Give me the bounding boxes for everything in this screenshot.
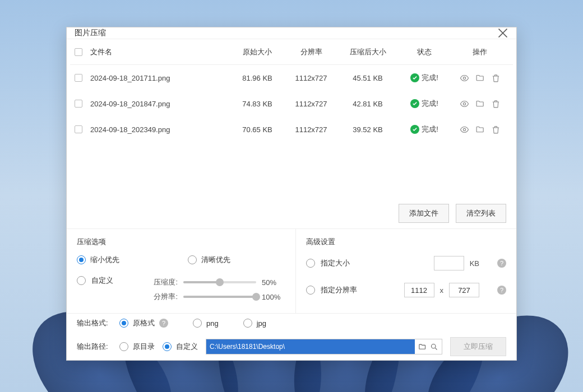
compress-options-title: 压缩选项: [77, 237, 285, 247]
table-row: 2024-09-18_201711.png81.96 KB1112x72745.…: [70, 65, 513, 91]
ratio-value: 50%: [262, 278, 285, 287]
target-size-input[interactable]: [434, 256, 464, 270]
cell-actions: [451, 124, 508, 134]
search-icon[interactable]: [430, 343, 438, 351]
help-icon[interactable]: ?: [159, 319, 168, 328]
res-slider[interactable]: [183, 296, 256, 298]
cell-status: 完成!: [397, 124, 451, 134]
header-original-size: 原始大小: [230, 47, 284, 57]
cell-status: 完成!: [397, 73, 451, 83]
radio-format-png[interactable]: [193, 319, 202, 328]
path-label: 输出路径:: [77, 342, 112, 352]
close-icon[interactable]: [497, 27, 508, 39]
compress-button[interactable]: 立即压缩: [450, 337, 506, 356]
radio-format-jpg[interactable]: [243, 319, 252, 328]
folder-icon[interactable]: [418, 343, 427, 351]
svg-point-2: [463, 77, 465, 79]
svg-point-3: [463, 102, 465, 105]
target-width-input[interactable]: [404, 283, 434, 297]
label-format-jpg: jpg: [257, 319, 266, 328]
cell-resolution: 1112x727: [284, 125, 338, 134]
path-row: 输出路径: 原目录 自定义 立即压缩: [67, 333, 516, 361]
header-filename: 文件名: [90, 47, 230, 57]
format-label: 输出格式:: [77, 318, 112, 328]
eye-icon[interactable]: [459, 99, 469, 109]
radio-format-original[interactable]: [119, 319, 128, 328]
eye-icon[interactable]: [459, 73, 469, 83]
cell-original-size: 70.65 KB: [230, 125, 284, 134]
help-icon[interactable]: ?: [497, 286, 506, 295]
label-custom: 自定义: [91, 276, 113, 286]
format-row: 输出格式: 原格式 ? png jpg: [67, 313, 516, 333]
radio-clarity-first[interactable]: [188, 255, 197, 264]
file-table: 文件名 原始大小 分辨率 压缩后大小 状态 操作 2024-09-18_2017…: [67, 39, 516, 198]
cell-actions: [451, 99, 508, 109]
svg-point-4: [463, 128, 465, 130]
radio-path-original[interactable]: [119, 342, 128, 351]
cell-status: 完成!: [397, 99, 451, 109]
row-checkbox[interactable]: [75, 100, 82, 108]
target-height-input[interactable]: [449, 283, 479, 297]
row-checkbox[interactable]: [75, 125, 82, 133]
ratio-label: 压缩度:: [150, 277, 178, 287]
folder-icon[interactable]: [475, 124, 485, 134]
main-window: 图片压缩 文件名 原始大小 分辨率 压缩后大小 状态 操作 2024-09-18…: [66, 27, 517, 361]
options-panel: 压缩选项 缩小优先 清晰优先 自定义 压缩度:: [67, 229, 516, 313]
trash-icon[interactable]: [491, 73, 501, 83]
trash-icon[interactable]: [491, 99, 501, 109]
label-format-png: png: [206, 319, 219, 328]
compress-options: 压缩选项 缩小优先 清晰优先 自定义 压缩度:: [67, 229, 296, 313]
cell-compressed-size: 45.51 KB: [338, 74, 397, 82]
cell-resolution: 1112x727: [284, 74, 338, 82]
advanced-title: 高级设置: [306, 237, 506, 247]
folder-icon[interactable]: [475, 73, 485, 83]
table-row: 2024-09-18_201847.png74.83 KB1112x72742.…: [70, 91, 513, 116]
trash-icon[interactable]: [491, 124, 501, 134]
row-checkbox[interactable]: [75, 74, 82, 82]
path-input-wrap: [206, 339, 442, 354]
header-compressed-size: 压缩后大小: [338, 47, 397, 57]
label-target-size: 指定大小: [321, 258, 360, 268]
label-clarity-first: 清晰优先: [201, 255, 230, 265]
header-status: 状态: [397, 47, 451, 57]
path-input[interactable]: [206, 339, 415, 354]
cell-original-size: 74.83 KB: [230, 100, 284, 108]
select-all-checkbox[interactable]: [75, 48, 82, 56]
header-actions: 操作: [451, 47, 508, 57]
radio-custom[interactable]: [77, 276, 86, 285]
svg-line-6: [435, 348, 437, 349]
eye-icon[interactable]: [459, 124, 469, 134]
res-x: x: [440, 286, 444, 295]
label-path-custom: 自定义: [176, 342, 198, 352]
check-circle-icon: [410, 125, 419, 134]
radio-target-size[interactable]: [306, 259, 315, 268]
radio-target-res[interactable]: [306, 286, 315, 295]
check-circle-icon: [410, 73, 419, 82]
label-path-original: 原目录: [133, 342, 155, 352]
svg-point-5: [432, 344, 436, 348]
window-title: 图片压缩: [75, 28, 497, 38]
table-buttons: 添加文件 清空列表: [67, 198, 516, 229]
titlebar: 图片压缩: [67, 27, 516, 39]
table-row: 2024-09-18_202349.png70.65 KB1112x72739.…: [70, 116, 513, 142]
label-shrink-first: 缩小优先: [90, 255, 119, 265]
cell-compressed-size: 39.52 KB: [338, 125, 397, 134]
help-icon[interactable]: ?: [497, 259, 506, 268]
ratio-slider[interactable]: [183, 281, 256, 283]
advanced-options: 高级设置 指定大小 KB ? 指定分辨率 x ?: [296, 229, 516, 313]
cell-original-size: 81.96 KB: [230, 74, 284, 82]
res-slider-label: 分辨率:: [150, 292, 178, 302]
radio-path-custom[interactable]: [163, 342, 172, 351]
cell-filename: 2024-09-18_201711.png: [90, 74, 230, 82]
clear-list-button[interactable]: 清空列表: [456, 204, 506, 223]
radio-shrink-first[interactable]: [77, 255, 86, 264]
cell-filename: 2024-09-18_201847.png: [90, 100, 230, 108]
add-file-button[interactable]: 添加文件: [399, 204, 449, 223]
cell-actions: [451, 73, 508, 83]
cell-resolution: 1112x727: [284, 100, 338, 108]
check-circle-icon: [410, 99, 419, 108]
folder-icon[interactable]: [475, 99, 485, 109]
res-slider-value: 100%: [262, 293, 285, 301]
label-format-original: 原格式: [133, 318, 155, 328]
label-target-res: 指定分辨率: [321, 285, 360, 295]
